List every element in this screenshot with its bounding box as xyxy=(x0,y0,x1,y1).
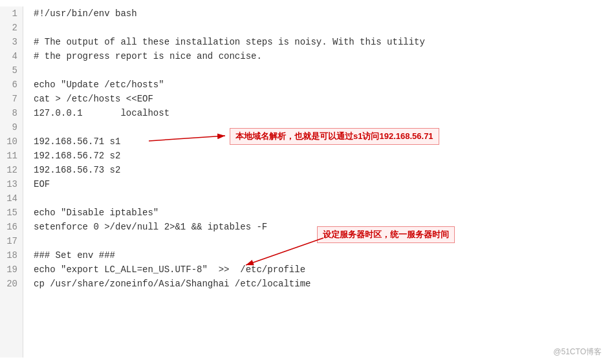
code-line xyxy=(34,234,612,248)
line-number: 19 xyxy=(5,262,17,277)
code-line xyxy=(34,63,612,78)
line-number: 16 xyxy=(5,220,17,234)
line-numbers: 1234567891011121314151617181920 xyxy=(0,6,23,358)
line-number: 3 xyxy=(5,35,17,49)
code-line: ### Set env ### xyxy=(34,248,612,262)
code-container: 1234567891011121314151617181920 #!/usr/b… xyxy=(0,0,612,364)
line-number: 13 xyxy=(5,177,17,191)
code-lines: #!/usr/bin/env bash # The output of all … xyxy=(23,6,612,358)
line-number: 17 xyxy=(5,234,17,248)
line-number: 7 xyxy=(5,92,17,106)
code-line xyxy=(34,120,612,134)
line-number: 9 xyxy=(5,120,17,134)
line-number: 11 xyxy=(5,149,17,163)
watermark: @51CTO博客 xyxy=(553,347,602,358)
code-line: EOF xyxy=(34,177,612,191)
code-line xyxy=(34,191,612,206)
code-line: cat > /etc/hosts <<EOF xyxy=(34,92,612,106)
code-line: 192.168.56.72 s2 xyxy=(34,149,612,163)
line-number: 8 xyxy=(5,106,17,120)
code-line: echo "Update /etc/hosts" xyxy=(34,78,612,92)
code-line: 127.0.0.1 localhost xyxy=(34,106,612,120)
code-line: 192.168.56.73 s2 xyxy=(34,163,612,177)
line-number: 2 xyxy=(5,21,17,35)
line-number: 20 xyxy=(5,277,17,291)
code-line: echo "export LC_ALL=en_US.UTF-8" >> /etc… xyxy=(34,262,612,277)
line-number: 1 xyxy=(5,6,17,21)
line-number: 10 xyxy=(5,134,17,149)
code-line: setenforce 0 >/dev/null 2>&1 && iptables… xyxy=(34,220,612,234)
code-line: cp /usr/share/zoneinfo/Asia/Shanghai /et… xyxy=(34,277,612,291)
line-number: 14 xyxy=(5,191,17,206)
code-line: #!/usr/bin/env bash xyxy=(34,6,612,21)
line-number: 5 xyxy=(5,63,17,78)
line-number: 12 xyxy=(5,163,17,177)
code-line: 192.168.56.71 s1 xyxy=(34,134,612,149)
line-number: 6 xyxy=(5,78,17,92)
code-line xyxy=(34,21,612,35)
code-line: # The output of all these installation s… xyxy=(34,35,612,49)
line-number: 15 xyxy=(5,206,17,220)
line-number: 18 xyxy=(5,248,17,262)
code-line: # the progress report is nice and concis… xyxy=(34,49,612,63)
code-line: echo "Disable iptables" xyxy=(34,206,612,220)
line-number: 4 xyxy=(5,49,17,63)
